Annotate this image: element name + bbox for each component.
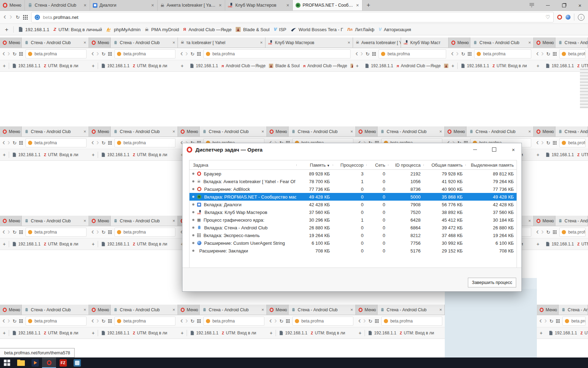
tab-0[interactable]: Меню xyxy=(178,305,200,315)
table-row[interactable]: Вкладка: Диалоги42 428 КБ00790856 776 КБ… xyxy=(189,201,517,208)
tab-1[interactable]: Стена - Android Club× xyxy=(111,37,178,48)
reload-icon[interactable]: ↻ xyxy=(102,319,106,324)
bookmark-item[interactable]: ZUTM: Вход в ли xyxy=(44,242,78,247)
media-player[interactable] xyxy=(28,357,42,368)
tab-1[interactable]: Стена - Android Club× xyxy=(22,216,89,226)
add-bookmark-button[interactable]: + xyxy=(181,63,184,68)
close-tab-icon[interactable]: × xyxy=(172,129,175,134)
bookmark-item[interactable]: 192.168.1.1 xyxy=(101,63,129,68)
address-bar[interactable]: beta.profma xyxy=(115,228,175,237)
bookmark-item[interactable]: 192.168.1.1 xyxy=(279,331,307,335)
bookmark-item[interactable]: ZUTM: Вход в ли xyxy=(580,331,588,335)
reload-icon[interactable]: ↻ xyxy=(366,51,370,56)
add-bookmark-button[interactable]: + xyxy=(356,63,359,68)
reload-icon[interactable]: ↻ xyxy=(102,140,106,145)
close-tab-icon[interactable]: × xyxy=(83,307,86,312)
back-icon[interactable]: ‹ xyxy=(355,50,358,57)
forward-icon[interactable]: › xyxy=(544,317,547,325)
add-bookmark-button[interactable]: + xyxy=(3,331,6,335)
forward-icon[interactable]: › xyxy=(541,228,544,236)
forward-icon[interactable]: › xyxy=(7,317,10,325)
table-row[interactable]: ☠Вкладка: Анкета Icebreaker [ Yahel - Fe… xyxy=(189,178,517,185)
bookmark-item[interactable]: ЯAndroid Club —Янде xyxy=(396,63,441,68)
add-bookmark-button[interactable]: + xyxy=(537,152,539,157)
add-bookmark-button[interactable]: + xyxy=(3,242,6,247)
close-tab-icon[interactable]: × xyxy=(219,2,222,8)
address-bar[interactable]: beta.profma xyxy=(115,138,175,147)
bookmark-item[interactable]: 192.168.1.1 xyxy=(190,63,218,68)
maximize-button[interactable] xyxy=(556,0,572,11)
tab-0[interactable]: Меню xyxy=(0,126,22,137)
close-tab-icon[interactable]: × xyxy=(347,40,350,45)
tab-0[interactable]: ☠та Icebreaker [ Yahel× xyxy=(178,37,265,48)
bookmark-item[interactable]: ZUTM: Вход в ли xyxy=(577,242,588,247)
bookmark-item[interactable]: ZUTM: Вход в личный xyxy=(54,27,102,32)
table-row[interactable]: Вкладка: Экспресс-панель19 264 КБ0082123… xyxy=(189,231,517,239)
close-tab-icon[interactable]: × xyxy=(439,307,442,312)
address-bar[interactable]: beta. profmas.net ♡ xyxy=(31,12,554,22)
reload-icon[interactable]: ↻ xyxy=(546,51,551,56)
close-tab-icon[interactable]: × xyxy=(172,218,175,223)
tab-1[interactable]: Стена - Android Club× xyxy=(555,126,588,137)
tab-2[interactable]: Диалоги× xyxy=(90,0,158,11)
add-bookmark-button[interactable]: + xyxy=(181,331,184,335)
address-bar[interactable]: beta.profma xyxy=(562,317,586,326)
back-icon[interactable]: ‹ xyxy=(180,50,183,57)
add-bookmark-button[interactable]: + xyxy=(359,331,361,335)
table-row[interactable]: Вкладка: Клуб Wap Мастеров37 560 КБ00752… xyxy=(189,208,517,216)
bookmark-item[interactable]: 192.168.1.1 xyxy=(19,27,49,32)
add-bookmark-button[interactable]: + xyxy=(537,242,539,247)
tab-1[interactable]: Клуб Wap Мастеров× xyxy=(265,37,353,48)
back-icon[interactable]: ‹ xyxy=(536,228,539,236)
back-icon[interactable]: ‹ xyxy=(451,50,454,57)
tab-1[interactable]: Стена - Android Club× xyxy=(466,126,534,137)
download-icon[interactable]: ↓ xyxy=(578,14,584,21)
forward-icon[interactable]: › xyxy=(363,317,366,325)
reload-icon[interactable]: ↻ xyxy=(546,140,551,145)
add-bookmark-button[interactable]: + xyxy=(270,331,272,335)
back-icon[interactable]: ‹ xyxy=(91,139,94,146)
bookmark-item[interactable]: 192.168.1.1 xyxy=(190,331,218,335)
tab-0[interactable]: Меню xyxy=(0,37,22,48)
tab-1[interactable]: Стена - Android Club× xyxy=(22,126,89,137)
tab-1[interactable]: Стена - Android Club× xyxy=(555,37,588,48)
file-explorer[interactable] xyxy=(14,357,28,368)
bookmark-item[interactable]: 192.168.1.1 xyxy=(546,152,574,157)
reload-icon[interactable]: ↻ xyxy=(546,230,551,235)
bookmark-item[interactable]: ☠PMA myDroid xyxy=(145,27,179,32)
bookmark-item[interactable]: Blade & Soul xyxy=(350,63,353,68)
forward-icon[interactable]: › xyxy=(541,139,544,146)
close-tab-icon[interactable]: × xyxy=(261,307,264,312)
bookmark-item[interactable]: ZUTM: Вход в ли xyxy=(133,242,167,247)
reload-icon[interactable]: ↻ xyxy=(13,230,17,235)
forward-icon[interactable]: › xyxy=(7,139,10,146)
back-icon[interactable]: ‹ xyxy=(2,50,5,57)
reload-icon[interactable]: ↻ xyxy=(279,319,284,324)
tab-1[interactable]: Стена - Android Club× xyxy=(378,126,445,137)
tab-1[interactable]: Стена - Android Club× xyxy=(289,126,356,137)
forward-icon[interactable]: › xyxy=(96,317,99,325)
address-bar[interactable]: beta.profma xyxy=(115,49,175,58)
column-memory[interactable]: Память▼ xyxy=(296,162,333,168)
bookmark-item[interactable]: 192.168.1.1 xyxy=(461,63,489,68)
tab-0[interactable]: Меню xyxy=(89,216,111,226)
address-bar[interactable]: beta.profma xyxy=(559,49,586,58)
tab-0[interactable]: Меню xyxy=(178,126,200,137)
filezilla[interactable]: FZ xyxy=(56,357,70,368)
bookmark-item[interactable]: ZUTM: Вход в ли xyxy=(44,152,78,157)
reload-icon[interactable]: ↻ xyxy=(13,51,17,56)
forward-icon[interactable]: › xyxy=(185,317,188,325)
address-bar[interactable]: beta.profma xyxy=(26,317,87,326)
bookmark-item[interactable]: ZUTM: Вход в ли xyxy=(44,331,78,335)
tab-0[interactable]: Меню xyxy=(0,0,25,11)
table-row[interactable]: Вкладка: PROFMAS.NET - Сообщество мастер… xyxy=(189,193,517,201)
bookmark-item[interactable]: 192.168.1.1 xyxy=(549,331,577,335)
bookmark-item[interactable]: 192.168.1.1 xyxy=(12,63,40,68)
close-tab-icon[interactable]: × xyxy=(528,40,531,45)
table-row[interactable]: Расширение: AdBlock77 736 КБ00873640 900… xyxy=(189,185,517,193)
bookmark-item[interactable]: 192.168.1.1 xyxy=(368,331,396,335)
tab-1[interactable]: Стена - Android Club× xyxy=(22,305,89,315)
tab-1[interactable]: Стена - Android Club× xyxy=(200,126,267,137)
bookmark-item[interactable]: 192.168.1.1 xyxy=(12,331,40,335)
dialog-minimize-button[interactable] xyxy=(467,143,483,156)
